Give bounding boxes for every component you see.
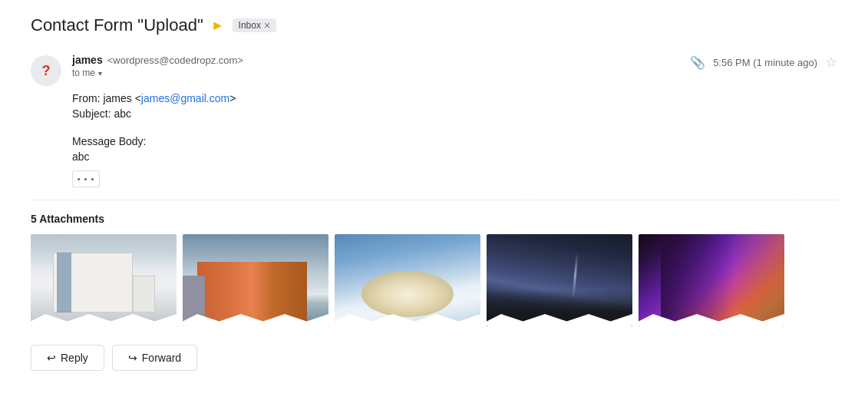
more-dots-button[interactable]: • • • bbox=[72, 170, 100, 187]
sender-name: james bbox=[72, 54, 103, 66]
message-body-label: Message Body: bbox=[72, 135, 837, 147]
forward-icon: ↪ bbox=[128, 352, 137, 364]
attachment-5[interactable] bbox=[639, 234, 784, 326]
attachment-4[interactable] bbox=[487, 234, 632, 326]
email-body: From: james <james@gmail.com> Subject: a… bbox=[72, 92, 837, 187]
attachments-grid bbox=[31, 234, 837, 326]
sender-email: <wordpress@codedropz.com> bbox=[107, 55, 243, 66]
to-me-text: to me bbox=[72, 68, 95, 78]
forward-tag-icon: ► bbox=[211, 18, 225, 34]
forward-button[interactable]: ↪ Forward bbox=[112, 345, 197, 371]
message-row: ? james <wordpress@codedropz.com> to me … bbox=[31, 54, 837, 86]
attachment-3[interactable] bbox=[335, 234, 480, 326]
message-meta: 📎 5:56 PM (1 minute ago) ☆ bbox=[690, 54, 837, 71]
email-header: Contact Form "Upload" ► Inbox × bbox=[31, 15, 837, 35]
from-email-link[interactable]: james@gmail.com bbox=[141, 92, 229, 104]
sender-info: ? james <wordpress@codedropz.com> to me … bbox=[31, 54, 243, 86]
attachments-label: 5 Attachments bbox=[31, 213, 837, 225]
message-body-text: abc bbox=[72, 150, 837, 163]
attachments-section: 5 Attachments bbox=[31, 213, 837, 326]
inbox-badge-label: Inbox bbox=[239, 20, 261, 31]
attachment-clip-icon: 📎 bbox=[690, 55, 705, 70]
inbox-badge: Inbox × bbox=[233, 18, 277, 32]
chevron-down-icon[interactable]: ▾ bbox=[98, 69, 102, 78]
sender-name-line: james <wordpress@codedropz.com> bbox=[72, 54, 243, 66]
sender-details: james <wordpress@codedropz.com> to me ▾ bbox=[72, 54, 243, 78]
section-divider bbox=[31, 200, 837, 200]
from-line: From: james <james@gmail.com> bbox=[72, 92, 837, 104]
email-subject-title: Contact Form "Upload" bbox=[31, 15, 203, 35]
reply-label: Reply bbox=[61, 352, 88, 364]
email-container: Contact Form "Upload" ► Inbox × ? james … bbox=[0, 0, 868, 402]
subject-line: Subject: abc bbox=[72, 107, 837, 120]
reply-icon: ↩ bbox=[47, 352, 56, 364]
avatar: ? bbox=[31, 55, 61, 86]
star-button[interactable]: ☆ bbox=[825, 54, 837, 71]
attachment-2[interactable] bbox=[183, 234, 328, 326]
reply-button[interactable]: ↩ Reply bbox=[31, 345, 104, 371]
timestamp: 5:56 PM (1 minute ago) bbox=[713, 57, 817, 68]
action-buttons: ↩ Reply ↪ Forward bbox=[31, 345, 837, 386]
inbox-badge-close[interactable]: × bbox=[264, 20, 270, 31]
to-me-line[interactable]: to me ▾ bbox=[72, 68, 243, 78]
attachment-1[interactable] bbox=[31, 234, 177, 326]
forward-label: Forward bbox=[142, 352, 181, 364]
